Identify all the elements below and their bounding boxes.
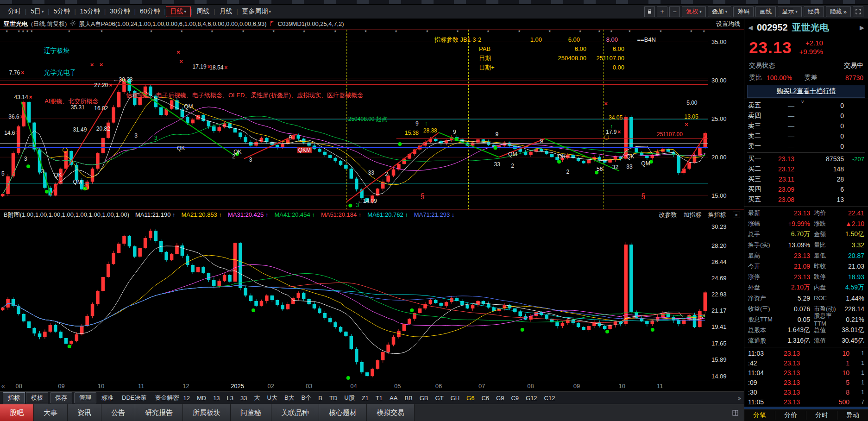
tool-隐藏[interactable]: 隐藏» bbox=[826, 6, 851, 17]
bottom-tab-公告[interactable]: 公告 bbox=[101, 404, 135, 421]
tick-row[interactable]: :0923.1351 bbox=[744, 377, 868, 387]
tool-画线[interactable]: 画线 bbox=[755, 6, 776, 17]
gear-icon[interactable] bbox=[70, 20, 75, 27]
sub-chart[interactable]: 30.2328.2026.4424.6922.9321.1719.4117.65… bbox=[0, 220, 744, 381]
ind-code-B个[interactable]: B个 bbox=[302, 394, 312, 402]
ind-code-C6[interactable]: C6 bbox=[481, 395, 489, 402]
svg-text:×: × bbox=[100, 61, 103, 68]
period-分时[interactable]: 分时 bbox=[4, 6, 25, 17]
period-更多周期[interactable]: 更多周期▾ bbox=[238, 6, 276, 17]
tick-row[interactable]: :3023.1381 bbox=[744, 387, 868, 397]
bottom-tab-研究报告[interactable]: 研究报告 bbox=[135, 404, 183, 421]
l2-link[interactable]: 购买L2查看十档行情 bbox=[777, 87, 836, 95]
ind-code-GH[interactable]: GH bbox=[451, 395, 460, 402]
ind-code-U股[interactable]: U股 bbox=[344, 394, 354, 402]
tool-筹码[interactable]: 筹码 bbox=[733, 6, 754, 17]
ind-code-33[interactable]: 33 bbox=[240, 395, 247, 402]
weibi-row: 委比 100.00% 委差 87730 bbox=[744, 72, 868, 84]
ind-code-MD[interactable]: MD bbox=[197, 395, 206, 402]
ind-code-12[interactable]: 12 bbox=[183, 395, 189, 402]
scroll-right-icon[interactable]: » bbox=[738, 395, 741, 402]
ind-code-G6[interactable]: G6 bbox=[466, 395, 474, 402]
ind-code-T1[interactable]: T1 bbox=[376, 395, 383, 402]
ind-code-GT[interactable]: GT bbox=[435, 395, 444, 402]
prev-stock-arrow[interactable]: ◀ bbox=[748, 24, 753, 31]
ind-code-13[interactable]: 13 bbox=[213, 395, 220, 402]
main-kline-chart[interactable]: ××××××35.0030.0025.0020.0015.00辽宁板块光学光电子… bbox=[0, 29, 744, 210]
chevron-down-icon: ▾ bbox=[269, 9, 271, 14]
stats-row: 流通股1.316亿流值30.45亿 bbox=[744, 335, 868, 346]
zoom-in-button[interactable]: + bbox=[657, 6, 667, 17]
panel-tab-分价[interactable]: 分价 bbox=[775, 411, 806, 420]
tool-经典[interactable]: 经典 bbox=[804, 6, 824, 17]
ind-code-Z1[interactable]: Z1 bbox=[362, 395, 369, 402]
tick-row[interactable]: 11:0323.13101 bbox=[744, 348, 868, 358]
link-改参数[interactable]: 改参数 bbox=[659, 211, 677, 219]
bottom-tab-核心题材[interactable]: 核心题材 bbox=[319, 404, 367, 421]
scroll-left-icon[interactable]: « bbox=[1, 383, 5, 390]
period-日线[interactable]: 日线▾ bbox=[166, 6, 191, 17]
ind-code-L3[interactable]: L3 bbox=[227, 395, 233, 402]
tick-row[interactable]: 11:0523.135007 bbox=[744, 397, 868, 407]
tool-复权[interactable]: 复权▾ bbox=[682, 6, 706, 17]
ind-code-C12[interactable]: C12 bbox=[544, 395, 555, 402]
period-15分钟[interactable]: 15分钟 bbox=[76, 6, 105, 17]
ind-code-B[interactable]: B bbox=[318, 395, 322, 402]
bottom-tab-模拟交易[interactable]: 模拟交易 bbox=[367, 404, 415, 421]
ind-code-AA[interactable]: AA bbox=[390, 395, 397, 402]
link-换指标[interactable]: 换指标 bbox=[708, 211, 726, 219]
bottom-tab-关联品种[interactable]: 关联品种 bbox=[271, 404, 319, 421]
bottom-tab-股吧[interactable]: 股吧 bbox=[0, 404, 34, 421]
tick-row[interactable]: :4223.1311 bbox=[744, 358, 868, 368]
ind-tab-模板[interactable]: 模板 bbox=[26, 392, 48, 403]
period-30分钟[interactable]: 30分钟 bbox=[106, 6, 134, 17]
x-axis-label: 11 bbox=[138, 383, 145, 390]
sell-row: 卖二—0 bbox=[744, 131, 868, 141]
period-周线[interactable]: 周线 bbox=[192, 6, 214, 17]
x-axis-label: 08 bbox=[527, 383, 534, 390]
ind-link-标准[interactable]: 标准 bbox=[101, 394, 113, 402]
ind-code-G9[interactable]: G9 bbox=[496, 395, 504, 402]
l2-banner[interactable]: 购买L2查看十档行情 bbox=[747, 85, 865, 98]
link-加指标[interactable]: 加指标 bbox=[684, 211, 702, 219]
bottom-tab-所属板块[interactable]: 所属板块 bbox=[183, 404, 231, 421]
ind-button-管理[interactable]: 管理 bbox=[74, 392, 96, 403]
set-ma-link[interactable]: 设置均线 bbox=[716, 20, 740, 28]
layout-grid-icon[interactable] bbox=[727, 404, 744, 421]
tool-显示[interactable]: 显示▾ bbox=[778, 6, 802, 17]
panel-tab-异动[interactable]: 异动 bbox=[837, 411, 868, 420]
ind-tab-指标[interactable]: 指标 bbox=[3, 392, 25, 403]
bottom-tab-大事[interactable]: 大事 bbox=[34, 404, 68, 421]
subchart-header: B附图(1.00,1.00,1.00,1.00,1.00,1.00,1.00,1… bbox=[0, 210, 744, 220]
tool-叠加[interactable]: 叠加▾ bbox=[708, 6, 732, 17]
ind-link-DDE决策[interactable]: DDE决策 bbox=[122, 394, 146, 402]
ind-code-TD[interactable]: TD bbox=[329, 395, 337, 402]
tick-row[interactable]: 11:0423.13101 bbox=[744, 368, 868, 377]
ind-code-B大[interactable]: B大 bbox=[284, 394, 295, 402]
period-月线[interactable]: 月线 bbox=[215, 6, 236, 17]
collapse-caret-icon[interactable]: ∨ bbox=[801, 99, 804, 104]
ma-label: MA71:21.293 ↓ bbox=[414, 211, 454, 218]
ind-code-GB[interactable]: GB bbox=[420, 395, 428, 402]
panel-tab-分笔[interactable]: 分笔 bbox=[744, 411, 775, 420]
next-stock-arrow[interactable]: ▶ bbox=[860, 24, 864, 31]
period-5日[interactable]: 5日▾ bbox=[26, 6, 48, 17]
zoom-out-button[interactable]: − bbox=[669, 6, 680, 17]
ind-button-保存[interactable]: 保存 bbox=[50, 392, 72, 403]
lock-icon[interactable] bbox=[644, 6, 655, 17]
tick-list[interactable]: 11:0323.13101:4223.131111:0423.13101:092… bbox=[744, 347, 868, 409]
bottom-tab-资讯[interactable]: 资讯 bbox=[68, 404, 101, 421]
period-60分钟[interactable]: 60分钟 bbox=[136, 6, 164, 17]
top-menubar[interactable] bbox=[0, 0, 868, 5]
panel-tab-分时[interactable]: 分时 bbox=[806, 411, 837, 420]
fullscreen-icon[interactable] bbox=[853, 6, 863, 17]
ind-code-U大[interactable]: U大 bbox=[267, 394, 277, 402]
ind-code-G12[interactable]: G12 bbox=[526, 395, 537, 402]
ind-code-大[interactable]: 大 bbox=[254, 394, 260, 402]
ind-code-BB[interactable]: BB bbox=[404, 395, 412, 402]
bottom-tab-问董秘[interactable]: 问董秘 bbox=[231, 404, 271, 421]
ind-link-资金解密[interactable]: 资金解密 bbox=[155, 394, 179, 402]
close-icon[interactable]: × bbox=[733, 212, 740, 218]
ind-code-C9[interactable]: C9 bbox=[511, 395, 519, 402]
period-5分钟[interactable]: 5分钟 bbox=[50, 6, 75, 17]
